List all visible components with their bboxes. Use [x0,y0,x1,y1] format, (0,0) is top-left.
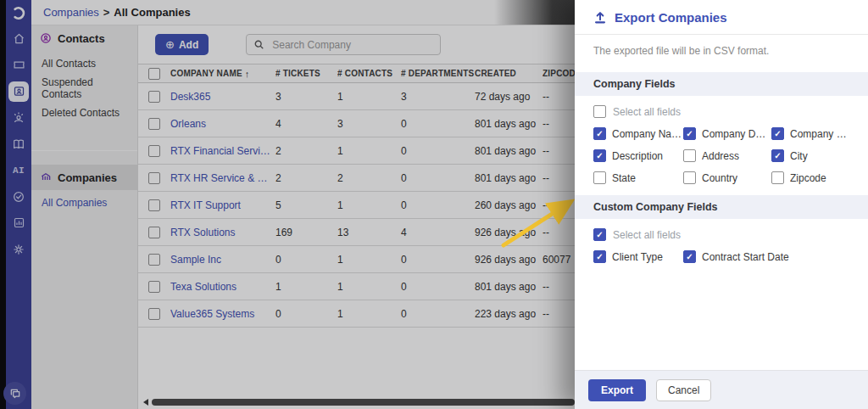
checkbox[interactable] [683,171,696,184]
checkbox[interactable] [593,171,606,184]
field-company-name[interactable]: Company Name [593,127,683,140]
panel-shadow [494,0,575,25]
select-all-custom-fields[interactable]: Select all fields [593,228,849,241]
field-zipcode[interactable]: Zipcode [771,171,849,184]
upload-icon [593,11,607,25]
checkbox[interactable] [771,127,784,140]
app-window: AI [0,0,868,409]
field-state[interactable]: State [593,171,683,184]
field-contract-start-date[interactable]: Contract Start Date [683,250,849,263]
modal-dim-overlay [0,0,575,409]
field-description[interactable]: Description [593,149,683,162]
field-client-type[interactable]: Client Type [593,250,683,263]
checkbox[interactable] [593,228,606,241]
select-all-company-fields[interactable]: Select all fields [593,105,849,118]
export-button[interactable]: Export [588,379,646,401]
field-company-domains[interactable]: Company Domains [683,127,771,140]
checkbox[interactable] [683,127,696,140]
export-format-note: The exported file will be in CSV format. [575,35,868,68]
field-city[interactable]: City [771,149,849,162]
checkbox[interactable] [771,171,784,184]
checkbox[interactable] [771,149,784,162]
section-header-company-fields: Company Fields [575,72,868,96]
field-address[interactable]: Address [683,149,771,162]
checkbox[interactable] [683,149,696,162]
section-header-custom-company-fields: Custom Company Fields [575,195,868,219]
field-company-departments[interactable]: Company Depart... [771,127,849,140]
checkbox[interactable] [593,105,606,118]
export-companies-panel: Export Companies The exported file will … [575,0,868,409]
cancel-button[interactable]: Cancel [656,379,711,401]
panel-title: Export Companies [615,10,727,25]
checkbox[interactable] [683,250,696,263]
field-country[interactable]: Country [683,171,771,184]
checkbox[interactable] [593,127,606,140]
checkbox[interactable] [593,149,606,162]
checkbox[interactable] [593,250,606,263]
panel-footer: Export Cancel [575,370,868,409]
